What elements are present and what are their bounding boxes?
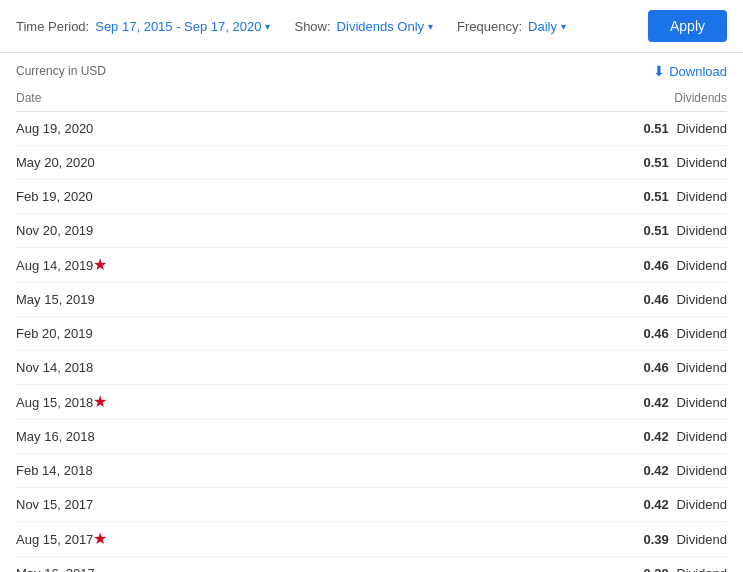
dividend-type: Dividend [673,292,727,307]
dividend-cell: 0.51 Dividend [387,146,727,180]
toolbar: Time Period: Sep 17, 2015 - Sep 17, 2020… [0,0,743,53]
dividend-type: Dividend [673,532,727,547]
table-row: Aug 15, 2018★0.42 Dividend [16,385,727,420]
col-dividends: Dividends [387,85,727,112]
date-cell: Aug 15, 2017★ [16,522,387,557]
content-area: Currency in USD ⬇ Download Date Dividend… [0,53,743,572]
download-link[interactable]: ⬇ Download [653,63,727,79]
dividend-cell: 0.39 Dividend [387,522,727,557]
table-row: May 16, 20170.39 Dividend [16,557,727,573]
time-period-label: Time Period: [16,19,89,34]
date-cell: Aug 15, 2018★ [16,385,387,420]
table-row: Nov 15, 20170.42 Dividend [16,488,727,522]
date-text: Feb 19, 2020 [16,189,93,204]
dividend-value: 0.42 [643,463,668,478]
table-header-row: Date Dividends [16,85,727,112]
dividend-cell: 0.51 Dividend [387,214,727,248]
dividend-value: 0.46 [643,360,668,375]
table-row: Aug 19, 20200.51 Dividend [16,112,727,146]
table-row: Aug 15, 2017★0.39 Dividend [16,522,727,557]
dividend-type: Dividend [673,463,727,478]
dividend-value: 0.51 [643,121,668,136]
table-row: May 20, 20200.51 Dividend [16,146,727,180]
table-row: Nov 14, 20180.46 Dividend [16,351,727,385]
date-text: Nov 15, 2017 [16,497,93,512]
star-icon: ★ [93,393,107,410]
date-cell: Feb 14, 2018 [16,454,387,488]
download-icon: ⬇ [653,63,665,79]
show-label: Show: [294,19,330,34]
table-row: May 16, 20180.42 Dividend [16,420,727,454]
date-text: May 20, 2020 [16,155,95,170]
meta-row: Currency in USD ⬇ Download [16,63,727,79]
dividend-cell: 0.46 Dividend [387,351,727,385]
date-text: Feb 14, 2018 [16,463,93,478]
show-group: Show: Dividends Only ▾ [294,19,433,34]
date-text: Aug 14, 2019 [16,258,93,273]
star-icon: ★ [93,530,107,547]
dividend-type: Dividend [673,121,727,136]
date-text: Feb 20, 2019 [16,326,93,341]
star-icon: ★ [93,256,107,273]
date-cell: May 16, 2018 [16,420,387,454]
date-text: May 15, 2019 [16,292,95,307]
dividend-value: 0.42 [643,395,668,410]
date-cell: Nov 15, 2017 [16,488,387,522]
dividend-cell: 0.46 Dividend [387,283,727,317]
dividend-value: 0.51 [643,155,668,170]
frequency-value[interactable]: Daily ▾ [528,19,566,34]
frequency-label: Frequency: [457,19,522,34]
dividend-type: Dividend [673,395,727,410]
dividend-cell: 0.42 Dividend [387,420,727,454]
currency-label: Currency in USD [16,64,106,78]
dividend-cell: 0.51 Dividend [387,180,727,214]
dividends-table: Date Dividends Aug 19, 20200.51 Dividend… [16,85,727,572]
table-row: Feb 14, 20180.42 Dividend [16,454,727,488]
frequency-group: Frequency: Daily ▾ [457,19,566,34]
date-cell: Nov 20, 2019 [16,214,387,248]
table-row: May 15, 20190.46 Dividend [16,283,727,317]
dividend-cell: 0.51 Dividend [387,112,727,146]
date-cell: Feb 20, 2019 [16,317,387,351]
date-text: Aug 15, 2018 [16,395,93,410]
dividend-value: 0.46 [643,258,668,273]
time-period-chevron-icon: ▾ [265,21,270,32]
dividend-cell: 0.42 Dividend [387,454,727,488]
date-text: Nov 20, 2019 [16,223,93,238]
time-period-group: Time Period: Sep 17, 2015 - Sep 17, 2020… [16,19,270,34]
apply-button[interactable]: Apply [648,10,727,42]
dividend-type: Dividend [673,429,727,444]
date-cell: Nov 14, 2018 [16,351,387,385]
dividend-type: Dividend [673,155,727,170]
date-cell: May 20, 2020 [16,146,387,180]
dividend-value: 0.42 [643,429,668,444]
time-period-value[interactable]: Sep 17, 2015 - Sep 17, 2020 ▾ [95,19,270,34]
dividend-cell: 0.46 Dividend [387,248,727,283]
date-text: May 16, 2018 [16,429,95,444]
table-row: Feb 19, 20200.51 Dividend [16,180,727,214]
dividend-value: 0.51 [643,189,668,204]
dividend-value: 0.39 [643,566,668,572]
dividend-type: Dividend [673,189,727,204]
dividend-value: 0.46 [643,326,668,341]
show-value[interactable]: Dividends Only ▾ [337,19,433,34]
dividend-cell: 0.42 Dividend [387,488,727,522]
dividend-type: Dividend [673,326,727,341]
date-text: Aug 15, 2017 [16,532,93,547]
dividend-value: 0.39 [643,532,668,547]
date-cell: Aug 19, 2020 [16,112,387,146]
dividend-value: 0.42 [643,497,668,512]
dividend-type: Dividend [673,360,727,375]
dividend-cell: 0.42 Dividend [387,385,727,420]
date-text: Aug 19, 2020 [16,121,93,136]
dividend-type: Dividend [673,258,727,273]
table-row: Aug 14, 2019★0.46 Dividend [16,248,727,283]
dividend-type: Dividend [673,223,727,238]
date-cell: Feb 19, 2020 [16,180,387,214]
dividend-cell: 0.39 Dividend [387,557,727,573]
col-date: Date [16,85,387,112]
date-text: Nov 14, 2018 [16,360,93,375]
show-chevron-icon: ▾ [428,21,433,32]
dividend-type: Dividend [673,566,727,572]
date-text: May 16, 2017 [16,566,95,572]
